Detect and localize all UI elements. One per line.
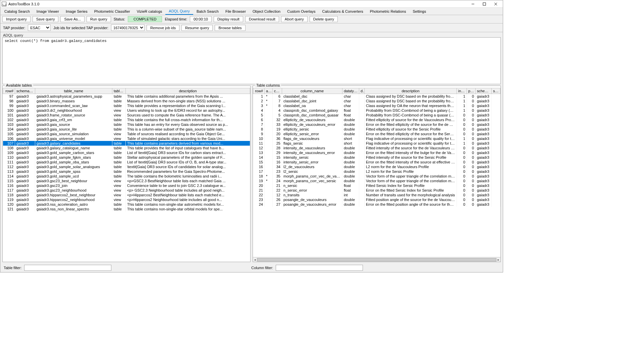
- menu-object-collection[interactable]: Object Collection: [249, 8, 284, 15]
- menu-custom-overlays[interactable]: Custom Overlays: [284, 8, 319, 15]
- table-row[interactable]: 2021n_sersicfloatFitted Sersic Index for…: [253, 183, 500, 188]
- column-filter-input[interactable]: [276, 265, 363, 271]
- save-query-button[interactable]: Save query: [33, 16, 59, 22]
- table-row[interactable]: 920ellipticity_sersic_errordoubleError o…: [253, 132, 500, 136]
- table-row[interactable]: 1329intensity_de_vaucouleurs_errordouble…: [253, 150, 500, 155]
- table-row[interactable]: 119gaiadr3gaiadr3.hipparcos2_neighbourho…: [3, 197, 250, 202]
- col-column-index[interactable]: colu...: [273, 88, 282, 94]
- table-row[interactable]: 1036flags_de_vaucouleursshortFlag indica…: [253, 136, 500, 141]
- table-row[interactable]: 110gaiadr3gaiadr3.gold_sample_fgkm_stars…: [3, 155, 250, 160]
- menu-photometric-relations[interactable]: Photometric Relations: [367, 8, 410, 15]
- table-row[interactable]: 18*35morph_params_corr_vec_de_vaucouleur…: [253, 174, 500, 179]
- scrollbar-thumb[interactable]: [257, 258, 496, 261]
- job-ids-select[interactable]: 1674901783253O: [111, 24, 145, 31]
- table-filter-input[interactable]: [24, 265, 111, 271]
- menu-catalog-search[interactable]: Catalog Search: [1, 8, 33, 15]
- col-table-name[interactable]: table_name: [35, 88, 112, 94]
- col-size[interactable]: size: [492, 88, 500, 94]
- col-arraysize[interactable]: arr...: [265, 88, 273, 94]
- table-row[interactable]: 111gaiadr3gaiadr3.gold_sample_oba_starst…: [3, 160, 250, 164]
- menu-calculators-converters[interactable]: Calculators & Converters: [319, 8, 367, 15]
- maximize-button[interactable]: [479, 1, 490, 7]
- table-row[interactable]: 107gaiadr3gaiadr3.galaxy_candidatestable…: [3, 141, 250, 146]
- col-row[interactable]: row#: [3, 88, 15, 94]
- adql-query-input[interactable]: select count(*) from gaiadr3.galaxy_cand…: [2, 37, 501, 84]
- table-row[interactable]: 109gaiadr3gaiadr3.gold_sample_carbon_sta…: [3, 150, 250, 155]
- table-row[interactable]: 104gaiadr3gaiadr3.gaia_source_litetableT…: [3, 127, 250, 132]
- horizontal-scrollbar[interactable]: ◄ ►: [253, 257, 500, 262]
- table-row[interactable]: 100gaiadr3gaiadr3.dr2_neighbourhoodviewU…: [3, 108, 250, 113]
- table-row[interactable]: 106gaiadr3gaiadr3.gaia_universe_modelvie…: [3, 136, 250, 141]
- menu-photometric-classifier[interactable]: Photometric Classifier: [91, 8, 133, 15]
- tap-provider-select[interactable]: ESAC: [28, 24, 51, 31]
- table-row[interactable]: 1634l2_de_vaucouleursdoubleL2 norm for t…: [253, 164, 500, 169]
- remove-job-ids-button[interactable]: Remove job ids: [147, 25, 179, 31]
- col-table-type[interactable]: table_t...: [112, 88, 126, 94]
- menu-batch-search[interactable]: Batch Search: [193, 8, 222, 15]
- scroll-right-icon[interactable]: ►: [496, 257, 500, 262]
- browse-tables-button[interactable]: Browse tables: [215, 25, 245, 31]
- import-query-button[interactable]: Import query: [2, 16, 31, 22]
- available-tables-grid[interactable]: row# schema_name table_name table_t... d…: [3, 88, 250, 262]
- table-row[interactable]: 19*24morph_params_corr_vec_sersicdoubleV…: [253, 179, 500, 183]
- table-row[interactable]: 1125flags_sersicshortFlag indicative of …: [253, 141, 500, 146]
- col-schema[interactable]: schema_...: [476, 88, 492, 94]
- table-row[interactable]: 632ellipticity_de_vaucouleursdoubleFitte…: [253, 117, 500, 122]
- table-row[interactable]: 112gaiadr3gaiadr3.gold_sample_solar_anal…: [3, 164, 250, 169]
- save-as-button[interactable]: Save As...: [60, 16, 85, 22]
- col-row[interactable]: row#: [253, 88, 265, 94]
- close-button[interactable]: [490, 1, 501, 7]
- table-row[interactable]: 108gaiadr3gaiadr3.galaxy_catalogue_namet…: [3, 146, 250, 150]
- table-row[interactable]: 101gaiadr3gaiadr3.frame_rotator_sourcevi…: [3, 113, 250, 117]
- table-row[interactable]: 819ellipticity_sersicdoubleFitted ellipt…: [253, 127, 500, 132]
- table-row[interactable]: 120gaiadr3gaiadr3.nss_acceleration_astro…: [3, 202, 250, 207]
- table-row[interactable]: 55classprob_dsc_combmod_quasarfloatProba…: [253, 113, 500, 117]
- table-row[interactable]: 103gaiadr3gaiadr3.gaia_sourcetableThis t…: [3, 122, 250, 127]
- table-row[interactable]: 3*8classlabel_oacharClass assigned by OA…: [253, 103, 500, 108]
- abort-query-button[interactable]: Abort query: [281, 16, 308, 22]
- col-schema[interactable]: schema_name: [15, 88, 35, 94]
- table-row[interactable]: 117gaiadr3gaiadr3.gsc23_neighbourhoodvie…: [3, 188, 250, 193]
- table-row[interactable]: 2427posangle_de_vaucouleurs_errordoubleE…: [253, 202, 500, 207]
- table-columns-grid[interactable]: row# arr... colu... column_name datatype…: [253, 88, 500, 257]
- table-row[interactable]: 115gaiadr3gaiadr3.gsc23_best_neighbourvi…: [3, 179, 250, 183]
- run-query-button[interactable]: Run query: [87, 16, 111, 22]
- table-row[interactable]: 733ellipticity_de_vaucouleurs_errordoubl…: [253, 122, 500, 127]
- table-row[interactable]: 116gaiadr3gaiadr3.gsc23_joinviewConvenie…: [3, 183, 250, 188]
- col-column-name[interactable]: column_name: [282, 88, 342, 94]
- scroll-left-icon[interactable]: ◄: [253, 257, 257, 262]
- table-row[interactable]: 114gaiadr3gaiadr3.gold_sample_ucdtableTh…: [3, 174, 250, 179]
- table-row[interactable]: 1415intensity_sersicdoubleFitted intensi…: [253, 155, 500, 160]
- menu-settings[interactable]: Settings: [409, 8, 429, 15]
- table-row[interactable]: 1228intensity_de_vaucouleursdoubleFitted…: [253, 146, 500, 150]
- minimize-button[interactable]: [467, 1, 479, 7]
- table-row[interactable]: 99gaiadr3gaiadr3.commanded_scan_lawtable…: [3, 103, 250, 108]
- table-row[interactable]: 121gaiadr3gaiadr3.nss_non_linear_spectro…: [3, 207, 250, 211]
- table-row[interactable]: 1*6classlabel_dsccharClass assigned by D…: [253, 94, 500, 99]
- col-description[interactable]: description: [126, 88, 250, 94]
- table-row[interactable]: 98gaiadr3gaiadr3.binary_massestableMasse…: [3, 99, 250, 103]
- display-result-button[interactable]: Display result: [214, 16, 243, 22]
- table-row[interactable]: 102gaiadr3gaiadr3.gaia_crf3_xmtableThis …: [3, 117, 250, 122]
- table-row[interactable]: 105gaiadr3gaiadr3.gaia_source_simulation…: [3, 132, 250, 136]
- col-d[interactable]: d...: [359, 88, 365, 94]
- col-principal[interactable]: pri...: [467, 88, 476, 94]
- table-row[interactable]: 113gaiadr3gaiadr3.gold_sample_spsstableR…: [3, 169, 250, 174]
- menu-vizier-catalogs[interactable]: VizieR catalogs: [133, 8, 166, 15]
- table-row[interactable]: 44classprob_dsc_combmod_galaxyfloatProba…: [253, 108, 500, 113]
- menu-image-series[interactable]: Image Series: [62, 8, 91, 15]
- table-row[interactable]: 2122n_sersic_errorfloatError on the fitt…: [253, 188, 500, 193]
- table-row[interactable]: 1723l2_sersicdoubleL2 norm for the Sersi…: [253, 169, 500, 174]
- resume-query-button[interactable]: Resume query: [181, 25, 213, 31]
- col-indexed[interactable]: ind...: [457, 88, 467, 94]
- delete-query-button[interactable]: Delete query: [310, 16, 338, 22]
- col-description[interactable]: description: [365, 88, 457, 94]
- menu-image-viewer[interactable]: Image Viewer: [33, 8, 62, 15]
- col-datatype[interactable]: datatype: [342, 88, 359, 94]
- table-row[interactable]: 2212n_transitsintNumber of transits used…: [253, 193, 500, 197]
- menu-adql-query[interactable]: ADQL Query: [165, 8, 193, 15]
- table-row[interactable]: 97gaiadr3gaiadr3.astrophysical_parameter…: [3, 94, 250, 99]
- table-row[interactable]: 2326posangle_de_vaucouleursdoubleFitted …: [253, 197, 500, 202]
- table-row[interactable]: 1516intensity_sersic_errordoubleError on…: [253, 160, 500, 164]
- download-result-button[interactable]: Download result: [245, 16, 279, 22]
